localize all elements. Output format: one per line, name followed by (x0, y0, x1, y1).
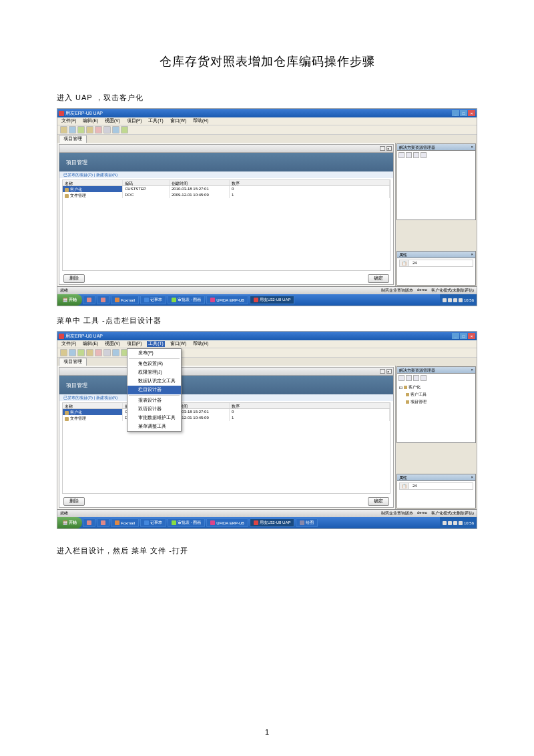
toolbar-icon[interactable] (112, 126, 119, 133)
taskbar-item[interactable]: 用友U32-U8 UAP (250, 296, 295, 304)
menu-file[interactable]: 文件(F) (60, 341, 77, 347)
sidebar-tool-icon[interactable] (398, 152, 405, 158)
toolbar-icon[interactable] (69, 126, 76, 133)
tab-project-manage[interactable]: 项目管理 (59, 135, 87, 143)
minimize-button[interactable]: _ (452, 333, 459, 339)
panel-btn[interactable] (380, 146, 385, 151)
tree-item[interactable]: ⊟客户化 (399, 384, 473, 391)
menu-view[interactable]: 视图(V) (103, 341, 121, 347)
dropdown-item-report[interactable]: 报表设计器 (127, 396, 181, 405)
menu-help[interactable]: 帮助(H) (192, 341, 210, 347)
maximize-button[interactable]: □ (460, 333, 467, 339)
sidebar-tool-icon[interactable] (421, 375, 427, 381)
panel-close-icon[interactable]: × (471, 475, 473, 480)
toolbar-icon[interactable] (60, 126, 67, 133)
menu-project[interactable]: 项目(P) (125, 341, 144, 347)
taskbar-item[interactable]: 记事本 (140, 518, 166, 527)
toolbar-icon[interactable] (103, 349, 111, 356)
sidebar-tool-icon[interactable] (406, 152, 412, 158)
column-header-seq[interactable]: 数序 (230, 403, 390, 408)
tray-icon[interactable] (453, 521, 457, 525)
ok-button[interactable]: 确定 (368, 274, 389, 283)
table-row[interactable]: 客户化 CUSTSTEP 2010-03-18 15:27:01 0 (63, 186, 390, 192)
taskbar-item[interactable] (97, 518, 109, 527)
dropdown-item-data[interactable]: 数据认识定义工具 (127, 377, 181, 386)
tray-icon[interactable] (448, 298, 452, 302)
taskbar-item[interactable] (97, 296, 109, 304)
start-button[interactable]: 🪟开始 (57, 294, 82, 306)
close-button[interactable]: × (468, 110, 475, 116)
panel-close-icon[interactable]: × (471, 368, 473, 372)
column-header-name[interactable]: 名称 (63, 180, 123, 185)
delete-button[interactable]: 删除 (63, 274, 85, 283)
dropdown-item-role[interactable]: 角色设置(R) (127, 360, 181, 368)
link-row[interactable]: 已发布的项目(P) | 新建项目(N) (59, 171, 393, 178)
tree-item[interactable]: 客户工具 (399, 391, 473, 398)
menu-project[interactable]: 项目(P) (125, 118, 144, 124)
column-header-time[interactable]: 创建时间 (170, 180, 230, 185)
delete-button[interactable]: 删除 (63, 497, 85, 506)
panel-btn[interactable] (380, 369, 385, 374)
ok-button[interactable]: 确定 (368, 497, 389, 506)
tray-icon[interactable] (459, 521, 463, 525)
tray-icon[interactable] (453, 298, 457, 302)
sidebar-tool-icon[interactable] (406, 375, 412, 381)
panel-close-icon[interactable]: × (386, 369, 392, 374)
taskbar-item[interactable] (83, 296, 95, 304)
toolbar-icon[interactable] (95, 126, 102, 133)
taskbar-item[interactable]: 审批表 - 图画 (168, 296, 205, 304)
toolbar-icon[interactable] (103, 126, 111, 133)
menu-window[interactable]: 窗口(W) (169, 341, 188, 347)
menu-file[interactable]: 文件(F) (60, 118, 77, 124)
toolbar-icon[interactable] (112, 349, 119, 356)
taskbar-item[interactable]: Foxmail (111, 518, 139, 527)
tray-icon[interactable] (443, 298, 447, 302)
table-row[interactable]: 客户化 CUSTSTEP 2010-03-18 15:27:01 0 (63, 409, 390, 415)
toolbar-icon[interactable] (95, 349, 102, 356)
maximize-button[interactable]: □ (460, 110, 467, 116)
dropdown-item-bilingual[interactable]: 双语设计器 (127, 405, 181, 414)
sidebar-tool-icon[interactable] (413, 375, 419, 381)
start-button[interactable]: 🪟开始 (57, 517, 82, 528)
menu-help[interactable]: 帮助(H) (192, 118, 210, 124)
column-header-seq[interactable]: 数序 (230, 180, 390, 185)
toolbar-icon[interactable] (60, 349, 67, 356)
table-row[interactable]: 文件管理 DOC 2009-12-01 10:45:09 1 (63, 415, 390, 421)
column-header-name[interactable]: 名称 (63, 403, 123, 408)
sidebar-tool-icon[interactable] (421, 152, 427, 158)
sidebar-tool-icon[interactable] (413, 152, 419, 158)
taskbar-item[interactable]: UFIDA ERP-U8 (206, 518, 248, 527)
toolbar-icon[interactable] (86, 126, 93, 133)
panel-close-icon[interactable]: × (471, 252, 473, 257)
menu-window[interactable]: 窗口(W) (169, 118, 188, 124)
tray-icon[interactable] (459, 298, 463, 302)
panel-close-icon[interactable]: × (386, 146, 392, 151)
tray-icon[interactable] (443, 521, 447, 525)
tray-icon[interactable] (448, 521, 452, 525)
link-row[interactable]: 已发布的项目(P) | 新建项目(N) (59, 394, 393, 401)
toolbar-icon[interactable] (77, 349, 85, 356)
taskbar-item[interactable]: 记事本 (140, 296, 166, 304)
dropdown-item-publish[interactable]: 发布(P) (127, 349, 181, 358)
menu-view[interactable]: 视图(V) (103, 118, 121, 124)
menu-tools[interactable]: 工具(T) (147, 118, 164, 124)
dropdown-item-auth[interactable]: 权限管理(J) (127, 368, 181, 377)
close-button[interactable]: × (468, 333, 475, 339)
toolbar-icon[interactable] (69, 349, 76, 356)
dropdown-item-menu-adjust[interactable]: 菜单调整工具 (127, 422, 181, 431)
taskbar-item[interactable]: 用友U32-U8 UAP (250, 518, 295, 527)
tab-project-manage[interactable]: 项目管理 (59, 358, 87, 366)
minimize-button[interactable]: _ (452, 110, 459, 116)
menu-edit[interactable]: 编辑(E) (81, 341, 99, 347)
taskbar-item[interactable]: Foxmail (111, 296, 139, 304)
toolbar-icon[interactable] (121, 126, 128, 133)
taskbar-item[interactable]: 绘图 (296, 518, 318, 527)
sidebar-tool-icon[interactable] (398, 375, 405, 381)
toolbar-icon[interactable] (86, 349, 93, 356)
taskbar-item[interactable] (83, 518, 95, 527)
taskbar-item[interactable]: 审批表 - 图画 (168, 518, 205, 527)
panel-close-icon[interactable]: × (471, 145, 473, 149)
dropdown-item-approval[interactable]: 审批数据维护工具 (127, 414, 181, 422)
taskbar-item[interactable]: UFIDA ERP-U8 (206, 296, 248, 304)
menu-tools[interactable]: 工具(T) (147, 341, 164, 347)
